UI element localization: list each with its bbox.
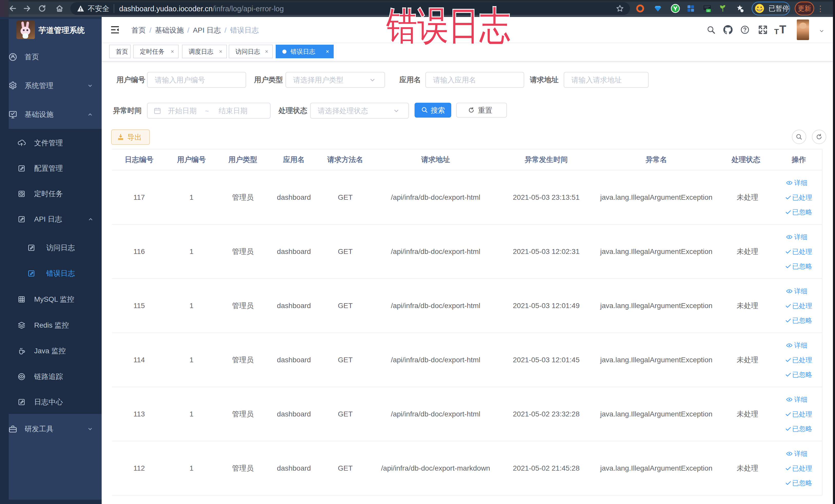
svg-text:错误日志: 错误日志 <box>386 4 510 47</box>
svg-text:on: on <box>707 9 710 12</box>
